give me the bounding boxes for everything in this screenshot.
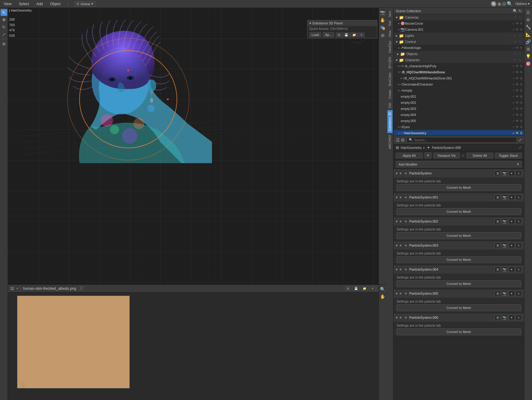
- card-toggle-3[interactable]: ▾: [396, 244, 398, 247]
- objects-collection[interactable]: ▸ 📁 Objects ✓ 👁 🖱: [393, 51, 524, 57]
- image-save-btn[interactable]: 💾: [352, 286, 360, 291]
- 3d-viewport[interactable]: | HairGeometry 298 769 476 539: [8, 8, 386, 284]
- menu-select[interactable]: Select: [18, 1, 30, 7]
- character-collection[interactable]: ▾ 📁 Character ✓ 👁 🖱: [393, 57, 524, 63]
- hand-icon[interactable]: ✋: [379, 17, 386, 23]
- viewport-vis-expand[interactable]: ⤢: [462, 153, 465, 158]
- card-camera-btn-6[interactable]: 📷: [502, 315, 508, 320]
- convert-btn-6[interactable]: Convert to Mesh: [396, 328, 521, 335]
- apply-all-button[interactable]: Apply All: [396, 153, 423, 158]
- camera-icon[interactable]: 📷: [379, 9, 386, 16]
- worldorigin-item[interactable]: ▸ ↗ WorldOrigin ✓👁🖱: [393, 45, 524, 51]
- substance-btn2[interactable]: 💾: [343, 33, 350, 37]
- card-down-btn-6[interactable]: ▾: [509, 315, 515, 320]
- machin3-icon7[interactable]: 💡: [525, 53, 532, 60]
- card-camera-btn-0[interactable]: 📷: [502, 170, 508, 176]
- card-extra-btn-1[interactable]: ≡: [516, 195, 522, 200]
- image-slot-count[interactable]: 2: [79, 286, 84, 291]
- card-render-btn-2[interactable]: ⊞: [495, 219, 501, 224]
- b-hqchar-item[interactable]: ▾ ▿ B_HQCharWithHandsDone ✓👁🖱: [393, 69, 524, 75]
- add-modifier-dropdown[interactable]: Add Modifier ▾: [396, 161, 522, 167]
- card-camera-btn-2[interactable]: 📷: [502, 219, 508, 224]
- image-close-btn[interactable]: ✕: [369, 286, 375, 291]
- empty002-item[interactable]: empty.002 ✓👁🖱: [393, 100, 524, 106]
- viewport-vis-button[interactable]: Viewport Vis: [433, 153, 460, 158]
- toggle-stack-button[interactable]: Toggle Stack: [495, 153, 522, 158]
- card-toggle-0[interactable]: ▾: [396, 171, 398, 175]
- scale-tool[interactable]: ⤢: [1, 31, 7, 38]
- convert-btn-2[interactable]: Convert to Mesh: [396, 232, 521, 239]
- card-render-btn-0[interactable]: ⊞: [495, 170, 501, 176]
- empty005-item[interactable]: empty.005 ✓👁🖱: [393, 118, 524, 124]
- card-camera-btn-3[interactable]: 📷: [502, 243, 508, 248]
- machin3-icon5[interactable]: 🔗: [525, 38, 532, 45]
- convert-btn-3[interactable]: Convert to Mesh: [396, 256, 521, 263]
- mod-panel-icon1[interactable]: ☰: [396, 138, 400, 142]
- machin3-icon3[interactable]: 🔧: [525, 24, 532, 30]
- render-icon[interactable]: 🎭: [379, 24, 386, 31]
- beziercircle-item[interactable]: ▸ 🎯 BezierCircle ✓👁🖱: [393, 20, 524, 26]
- empty001-item[interactable]: empty.001 ✓👁🖱: [393, 93, 524, 100]
- modifier-search-input[interactable]: [414, 138, 515, 142]
- card-down-btn-3[interactable]: ▾: [509, 243, 515, 248]
- card-render-btn-6[interactable]: ⊞: [495, 315, 501, 320]
- empty004-item[interactable]: empty.004 ✓👁🖱: [393, 112, 524, 118]
- lights-collection[interactable]: ▸ 📁 Lights ✓ 👁 🖱: [393, 33, 524, 39]
- substance-btn4[interactable]: ✕: [358, 33, 365, 37]
- card-toggle-5[interactable]: ▾: [396, 292, 398, 296]
- substance-ap-btn[interactable]: Ap...: [323, 32, 334, 37]
- close-button[interactable]: ✕: [425, 153, 432, 158]
- b-hqchar001-item[interactable]: ▸ ▿ B_HQCharWithHandsDone.001 ✓👁🖱: [393, 75, 524, 81]
- card-extra-btn-3[interactable]: ≡: [516, 243, 522, 248]
- machin3-icon1[interactable]: ☰: [525, 9, 532, 16]
- card-toggle-2[interactable]: ▾: [396, 219, 398, 223]
- zoom-in-icon[interactable]: 🔍: [379, 286, 386, 293]
- tab-edit[interactable]: Edit: [387, 101, 393, 110]
- empty-item[interactable]: ▸ ↗ empty ✓👁🖱: [393, 87, 524, 93]
- menu-view[interactable]: View: [2, 1, 13, 7]
- card-toggle-6[interactable]: ▾: [396, 316, 398, 320]
- outliner-filter-icon[interactable]: 🔍: [513, 9, 517, 13]
- options-button[interactable]: Options ▾: [515, 2, 530, 6]
- card-toggle-1[interactable]: ▾: [396, 195, 398, 199]
- card-render-btn-1[interactable]: ⊞: [495, 195, 501, 200]
- substance-btn3[interactable]: 📁: [351, 33, 358, 37]
- card-down-btn-4[interactable]: ▾: [509, 267, 515, 272]
- image-folder-btn[interactable]: 📁: [361, 286, 368, 291]
- card-extra-btn-6[interactable]: ≡: [516, 315, 522, 320]
- eyes-item[interactable]: ▸ ▿ Eyes ✓👁🖱: [393, 124, 524, 130]
- rotate-tool[interactable]: ↻: [1, 24, 7, 30]
- card-camera-btn-4[interactable]: 📷: [502, 267, 508, 272]
- card-extra-btn-5[interactable]: ≡: [516, 291, 522, 296]
- machin3-icon4[interactable]: 📐: [525, 31, 532, 38]
- cameras-collection[interactable]: ▾ 📁 Cameras ✓ 👁 🖱: [393, 14, 524, 20]
- card-down-btn-5[interactable]: ▾: [509, 291, 515, 296]
- card-camera-btn-5[interactable]: 📷: [502, 291, 508, 296]
- outliner-sync-icon[interactable]: ↻: [519, 9, 522, 13]
- menu-object[interactable]: Object: [49, 1, 62, 7]
- cursor-tool[interactable]: ⊕: [1, 40, 7, 47]
- tab-bygen[interactable]: BY-GEN: [387, 55, 393, 70]
- select-tool[interactable]: ↖: [1, 9, 7, 16]
- decimated-item[interactable]: ▸ ▿ DecimatedCharacter ✓👁🖱: [393, 81, 524, 87]
- card-render-btn-4[interactable]: ⊞: [495, 267, 501, 272]
- tab-tool[interactable]: Tool: [387, 19, 393, 28]
- card-down-btn-0[interactable]: ▾: [509, 170, 515, 176]
- tab-create[interactable]: Create: [387, 88, 393, 101]
- card-extra-btn-4[interactable]: ≡: [516, 267, 522, 272]
- image-editor-content[interactable]: [8, 293, 386, 400]
- tab-machin3[interactable]: MACHIN3: [387, 133, 393, 151]
- mode-selector[interactable]: ⊙ Global ▾: [74, 1, 95, 6]
- empty003-item[interactable]: empty.003 ✓👁🖱: [393, 106, 524, 112]
- machin3-icon8[interactable]: 🎯: [525, 60, 532, 67]
- control-collection[interactable]: ▾ 📁 Control ✓ 👁 🖱: [393, 39, 524, 45]
- grid-icon[interactable]: ⊞: [379, 32, 386, 39]
- machin3-icon6[interactable]: ⊞: [525, 46, 532, 52]
- image-copy-btn[interactable]: ⊞: [345, 286, 351, 291]
- card-camera-btn-1[interactable]: 📷: [502, 195, 508, 200]
- hairgeometry-item[interactable]: ▸ ▿ ▿ HairGeometry ✓👁🖱: [393, 130, 524, 136]
- tab-hardops[interactable]: HardOps: [387, 39, 393, 55]
- tab-item[interactable]: Item: [387, 9, 393, 19]
- convert-btn-0[interactable]: Convert to Mesh: [396, 184, 521, 191]
- convert-btn-1[interactable]: Convert to Mesh: [396, 208, 521, 215]
